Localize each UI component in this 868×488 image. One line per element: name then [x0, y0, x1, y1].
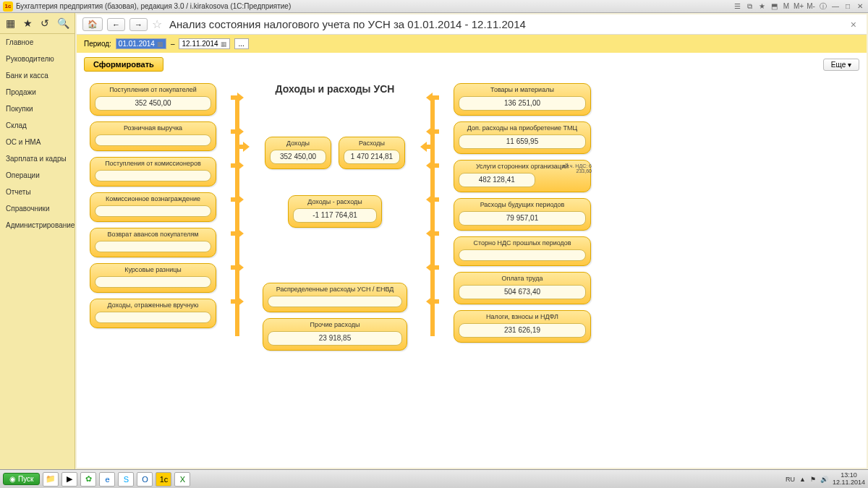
- title-icon[interactable]: M-: [806, 1, 816, 12]
- help-icon[interactable]: ⓘ: [818, 1, 828, 12]
- title-icon[interactable]: ⬒: [769, 1, 779, 12]
- close-icon[interactable]: ✕: [855, 1, 865, 12]
- title-icon[interactable]: ★: [757, 1, 767, 12]
- app-title: Бухгалтерия предприятия (базовая), редак…: [16, 2, 291, 10]
- titlebar-controls: ☰ ⧉ ★ ⬒ M M+ M- ⓘ — □ ✕: [732, 1, 865, 12]
- maximize-icon[interactable]: □: [843, 1, 853, 12]
- title-icon[interactable]: ☰: [732, 1, 742, 12]
- minimize-icon[interactable]: —: [830, 1, 841, 12]
- title-icon[interactable]: ⧉: [744, 1, 754, 12]
- app-logo-icon: 1c: [3, 1, 13, 12]
- title-icon[interactable]: M+: [793, 1, 804, 12]
- os-titlebar: 1c Бухгалтерия предприятия (базовая), ре…: [0, 0, 868, 13]
- title-icon[interactable]: M: [781, 1, 791, 12]
